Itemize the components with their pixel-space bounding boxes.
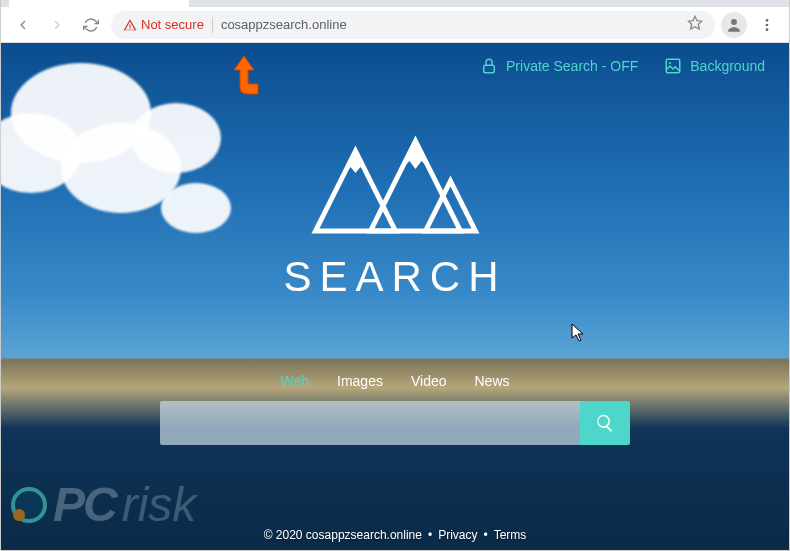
watermark-sub: risk [122,477,197,532]
svg-rect-5 [484,65,495,73]
watermark: PCrisk [11,477,196,532]
svg-rect-6 [667,59,681,73]
svg-point-3 [766,23,769,26]
star-icon [687,15,703,31]
watermark-main: PC [53,477,116,532]
new-tab-button[interactable]: + [195,0,223,7]
forward-button[interactable] [43,11,71,39]
separator: • [483,528,487,542]
nav-tab-news[interactable]: News [475,373,510,389]
background-button[interactable]: Background [664,57,765,75]
footer-copyright: © 2020 cosappzsearch.online [264,528,422,542]
footer-terms-link[interactable]: Terms [494,528,527,542]
lock-icon [480,57,498,75]
private-search-toggle[interactable]: Private Search - OFF [480,57,638,75]
search-button[interactable] [580,401,630,445]
search-category-nav: Web Images Video News [280,373,509,389]
svg-point-1 [731,19,737,25]
separator: • [428,528,432,542]
warning-icon [123,18,137,32]
profile-button[interactable] [721,12,747,38]
logo-area: SEARCH [283,131,506,301]
search-input[interactable] [160,401,580,445]
back-button[interactable] [9,11,37,39]
nav-tab-video[interactable]: Video [411,373,447,389]
reload-button[interactable] [77,11,105,39]
svg-point-7 [669,62,671,64]
nav-tab-images[interactable]: Images [337,373,383,389]
browser-tab[interactable]: cosappzsearch.online ✕ [9,0,189,7]
search-icon [595,413,615,433]
dots-vertical-icon [759,17,775,33]
logo-text: SEARCH [283,253,506,301]
background-label: Background [690,58,765,74]
watermark-badge-icon [11,487,47,523]
svg-point-2 [766,19,769,22]
browser-menu-button[interactable] [753,11,781,39]
divider [212,17,213,33]
svg-marker-0 [688,16,701,29]
svg-point-4 [766,28,769,31]
page-footer: © 2020 cosappzsearch.online • Privacy • … [264,528,527,542]
not-secure-label: Not secure [141,17,204,32]
bookmark-star-button[interactable] [687,15,703,34]
address-bar[interactable]: Not secure cosappzsearch.online [111,11,715,39]
nav-tab-web[interactable]: Web [280,373,309,389]
url-text: cosappzsearch.online [221,17,347,32]
security-badge[interactable]: Not secure [123,17,204,32]
footer-privacy-link[interactable]: Privacy [438,528,477,542]
private-search-label: Private Search - OFF [506,58,638,74]
image-icon [664,57,682,75]
person-icon [725,16,743,34]
mountain-logo-icon [305,131,485,241]
